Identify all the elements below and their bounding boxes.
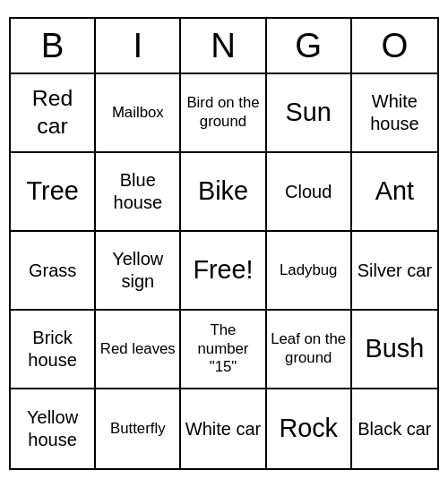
bingo-cell-17: The number "15" (181, 311, 266, 389)
bingo-cell-0: Red car (11, 74, 96, 153)
bingo-cell-11: Yellow sign (96, 232, 181, 311)
cell-text-2: Bird on the ground (185, 94, 261, 132)
cell-text-0: Red car (14, 85, 90, 141)
cell-text-14: Silver car (358, 260, 432, 282)
bingo-cell-12: Free! (181, 232, 266, 311)
bingo-grid: Red carMailboxBird on the groundSunWhite… (11, 74, 437, 468)
bingo-cell-16: Red leaves (96, 311, 181, 389)
cell-text-17: The number "15" (185, 321, 261, 378)
bingo-cell-13: Ladybug (267, 232, 352, 311)
cell-text-7: Bike (198, 175, 248, 208)
bingo-letter-g: G (267, 19, 352, 73)
bingo-letter-i: I (96, 19, 181, 73)
cell-text-23: Rock (279, 413, 338, 445)
bingo-letter-o: O (352, 19, 437, 73)
cell-text-1: Mailbox (112, 104, 164, 123)
bingo-cell-1: Mailbox (96, 74, 181, 153)
cell-text-15: Brick house (14, 327, 90, 372)
bingo-header: BINGO (11, 19, 437, 74)
bingo-cell-4: White house (352, 74, 437, 153)
bingo-cell-5: Tree (11, 153, 96, 232)
bingo-cell-7: Bike (181, 153, 266, 232)
bingo-cell-14: Silver car (352, 232, 437, 311)
cell-text-3: Sun (286, 97, 332, 129)
cell-text-18: Leaf on the ground (271, 330, 347, 368)
bingo-cell-9: Ant (352, 153, 437, 232)
cell-text-12: Free! (193, 254, 253, 286)
cell-text-11: Yellow sign (99, 248, 176, 293)
bingo-cell-6: Blue house (96, 153, 181, 232)
bingo-cell-21: Butterfly (96, 389, 181, 468)
cell-text-13: Ladybug (280, 261, 337, 280)
cell-text-21: Butterfly (110, 420, 166, 439)
bingo-cell-24: Black car (352, 389, 437, 468)
cell-text-5: Tree (27, 175, 79, 208)
bingo-cell-3: Sun (267, 74, 352, 153)
cell-text-6: Blue house (99, 169, 176, 214)
bingo-letter-b: B (11, 19, 96, 73)
cell-text-8: Cloud (285, 181, 332, 203)
bingo-cell-8: Cloud (267, 153, 352, 232)
bingo-cell-20: Yellow house (11, 389, 96, 468)
bingo-cell-2: Bird on the ground (181, 74, 266, 153)
cell-text-24: Black car (358, 418, 431, 440)
cell-text-4: White house (356, 90, 434, 135)
bingo-cell-19: Bush (352, 311, 437, 389)
cell-text-9: Ant (375, 175, 414, 208)
bingo-cell-10: Grass (11, 232, 96, 311)
cell-text-19: Bush (366, 333, 425, 365)
cell-text-20: Yellow house (14, 406, 90, 451)
bingo-cell-22: White car (181, 389, 266, 468)
cell-text-22: White car (185, 418, 261, 440)
bingo-card: BINGO Red carMailboxBird on the groundSu… (9, 17, 439, 470)
bingo-cell-18: Leaf on the ground (267, 311, 352, 389)
bingo-cell-15: Brick house (11, 311, 96, 389)
cell-text-16: Red leaves (100, 340, 176, 359)
cell-text-10: Grass (29, 260, 76, 282)
bingo-cell-23: Rock (267, 389, 352, 468)
bingo-letter-n: N (181, 19, 266, 73)
